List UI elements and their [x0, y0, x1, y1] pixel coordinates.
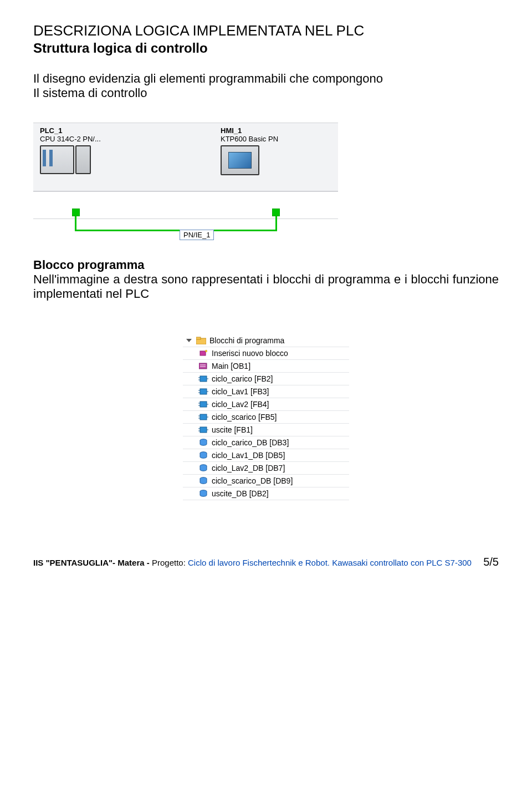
tree-item-label: ciclo_carico [FB2] — [212, 374, 273, 383]
network-port-left-icon — [72, 209, 80, 216]
hmi-type: KTP600 Basic PN — [221, 135, 331, 143]
tree-item-label: ciclo_scarico_DB [DB9] — [212, 476, 293, 485]
tree-item-ob[interactable]: Main [OB1] — [183, 360, 349, 373]
footer-page-number: 5/5 — [483, 556, 499, 568]
network-port-right-icon — [272, 209, 280, 216]
db-block-icon — [198, 439, 208, 446]
svg-rect-2 — [200, 351, 206, 355]
page-footer: IIS "PENTASUGLIA"- Matera - Progetto: Ci… — [33, 556, 499, 568]
footer-proj-label: Progetto: — [152, 558, 188, 567]
network-line-icon — [75, 212, 277, 231]
folder-icon — [196, 337, 206, 344]
db-block-icon — [198, 451, 208, 459]
svg-rect-23 — [200, 427, 207, 433]
hmi-device: HMI_1 KTP600 Basic PN — [221, 126, 331, 175]
tree-item-fb[interactable]: ciclo_carico [FB2] — [183, 373, 349, 385]
fb-block-icon — [198, 388, 208, 395]
tree-item-db[interactable]: uscite_DB [DB2] — [183, 487, 349, 500]
footer-org: IIS "PENTASUGLIA"- Matera - — [33, 558, 152, 567]
tree-item-label: ciclo_carico_DB [DB3] — [212, 438, 289, 447]
fb-block-icon — [198, 426, 208, 434]
tree-item-db[interactable]: ciclo_scarico_DB [DB9] — [183, 475, 349, 487]
fb-block-icon — [198, 375, 208, 383]
add-block-icon — [198, 349, 208, 357]
tree-item-db[interactable]: ciclo_Lav2_DB [DB7] — [183, 462, 349, 475]
fb-block-icon — [198, 400, 208, 408]
tree-root-label: Blocchi di programma — [209, 336, 284, 345]
svg-rect-11 — [200, 389, 207, 394]
page-title-sub: Struttura logica di controllo — [33, 40, 499, 56]
tree-item-db[interactable]: ciclo_Lav1_DB [DB5] — [183, 449, 349, 462]
network-diagram: PLC_1 CPU 314C-2 PN/... HMI_1 KTP600 Bas… — [33, 123, 338, 219]
tree-item-db[interactable]: ciclo_carico_DB [DB3] — [183, 436, 349, 449]
tree-item-label: Main [OB1] — [212, 362, 250, 370]
svg-rect-19 — [200, 414, 207, 420]
tree-item-label: ciclo_Lav2_DB [DB7] — [212, 464, 285, 472]
program-blocks-tree: Blocchi di programma Inserisci nuovo blo… — [183, 334, 349, 500]
section-paragraph: Nell'immagine a destra sono rappresentat… — [33, 272, 499, 301]
section-title: Blocco programma — [33, 258, 499, 272]
hmi-body-icon — [221, 145, 331, 175]
tree-item-label: ciclo_Lav2 [FB4] — [212, 400, 269, 409]
tree-item-label: ciclo_scarico [FB5] — [212, 413, 277, 421]
tree-item-label: Inserisci nuovo blocco — [212, 349, 288, 358]
tree-item-new-block[interactable]: Inserisci nuovo blocco — [183, 347, 349, 360]
device-row: PLC_1 CPU 314C-2 PN/... HMI_1 KTP600 Bas… — [33, 123, 338, 191]
plc-type: CPU 314C-2 PN/... — [40, 135, 151, 143]
tree-item-fb[interactable]: ciclo_scarico [FB5] — [183, 411, 349, 424]
db-block-icon — [198, 477, 208, 485]
svg-rect-7 — [200, 376, 207, 382]
db-block-icon — [198, 464, 208, 472]
tree-root[interactable]: Blocchi di programma — [183, 334, 349, 347]
svg-rect-4 — [199, 363, 207, 369]
tree-item-label: ciclo_Lav1 [FB3] — [212, 387, 269, 396]
page-title-main: DESCRIZIONA LOGICA IMPLEMENTATA NEL PLC — [33, 22, 499, 39]
tree-item-label: ciclo_Lav1_DB [DB5] — [212, 451, 285, 460]
footer-text: IIS "PENTASUGLIA"- Matera - Progetto: Ci… — [33, 558, 472, 567]
db-block-icon — [198, 490, 208, 497]
plc-device: PLC_1 CPU 314C-2 PN/... — [40, 126, 151, 175]
tree-item-fb[interactable]: ciclo_Lav2 [FB4] — [183, 398, 349, 411]
hmi-name: HMI_1 — [221, 126, 331, 135]
tree-item-fb[interactable]: uscite [FB1] — [183, 424, 349, 436]
tree-item-label: uscite_DB [DB2] — [212, 489, 269, 498]
svg-rect-1 — [196, 337, 201, 339]
ob-block-icon — [198, 362, 208, 370]
chevron-down-icon — [186, 339, 192, 342]
plc-body-icon — [40, 145, 151, 174]
network-label: PN/IE_1 — [180, 230, 214, 240]
intro-paragraph: Il disegno evidenzia gli elementi progra… — [33, 72, 499, 100]
fb-block-icon — [198, 413, 208, 421]
footer-proj-text: Ciclo di lavoro Fischertechnik e Robot. … — [188, 558, 472, 567]
intro-line-1: Il disegno evidenzia gli elementi progra… — [33, 72, 383, 85]
tree-item-fb[interactable]: ciclo_Lav1 [FB3] — [183, 385, 349, 398]
tree-item-label: uscite [FB1] — [212, 425, 253, 434]
intro-line-2: Il sistema di controllo — [33, 86, 147, 100]
svg-rect-15 — [200, 402, 207, 407]
plc-name: PLC_1 — [40, 126, 151, 135]
